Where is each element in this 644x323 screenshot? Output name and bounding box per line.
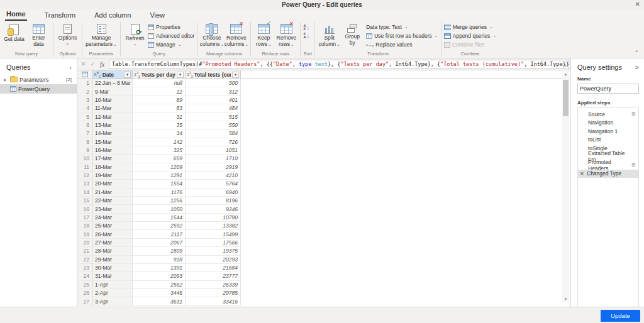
cell-tests-per-day[interactable]: 1176 [133,189,186,197]
cell-date[interactable]: 15-Mar [92,138,133,146]
cell-total-tests[interactable]: 10790 [186,214,241,222]
choose-columns-button[interactable]: Choose columns [200,22,223,50]
delete-step-icon[interactable]: ✕ [580,171,584,177]
row-number[interactable]: 22 [77,256,92,264]
cell-tests-per-day[interactable]: 2117 [133,230,186,238]
filter-icon[interactable]: ▼ [124,72,131,78]
merge-queries-button[interactable]: Merge queries [444,23,496,31]
cell-tests-per-day[interactable]: 31 [133,112,186,121]
cell-total-tests[interactable]: 19375 [186,247,241,255]
get-data-button[interactable]: Get data [3,22,26,50]
cell-total-tests[interactable]: 8196 [186,197,241,205]
query-name-input[interactable] [577,84,639,94]
cell-date[interactable]: 19-Mar [92,172,133,180]
scroll-up-icon[interactable]: ▲ [562,72,569,76]
cell-total-tests[interactable]: 15499 [186,230,241,238]
remove-rows-button[interactable]: Remove rows [275,22,297,50]
cell-total-tests[interactable]: 33416 [186,297,241,305]
remove-columns-button[interactable]: Remove columns [225,22,248,50]
cell-tests-per-day[interactable]: 35 [133,121,186,129]
cell-tests-per-day[interactable]: 1554 [133,180,186,188]
cell-tests-per-day[interactable]: null [133,79,186,87]
query-folder-parameters[interactable]: ▶ Parameters [2] [0,75,77,84]
row-number[interactable]: 8 [77,138,92,146]
cell-date[interactable]: 31-Mar [92,272,133,280]
cell-date[interactable]: 10-Mar [92,96,133,104]
cell-total-tests[interactable]: 21684 [186,264,241,272]
row-number[interactable]: 25 [77,281,92,289]
row-number[interactable]: 15 [77,197,92,205]
cell-date[interactable]: 26-Mar [92,230,133,238]
split-column-button[interactable]: Split column [318,22,341,50]
enter-data-button[interactable]: Enter data [27,22,50,50]
cell-date[interactable]: 17-Mar [92,155,133,163]
row-number[interactable]: 18 [77,222,92,230]
cell-total-tests[interactable]: 401 [186,96,241,104]
cell-total-tests[interactable]: 484 [186,104,241,112]
append-queries-button[interactable]: Append queries [444,32,496,40]
cell-tests-per-day[interactable]: 1391 [133,264,186,272]
scrollbar-thumb[interactable] [563,80,569,116]
cell-tests-per-day[interactable]: 2562 [133,281,186,289]
row-number[interactable]: 7 [77,129,92,138]
use-first-row-as-headers-button[interactable]: Use first row as headers [366,32,438,40]
cell-total-tests[interactable]: 20293 [186,256,241,264]
filter-icon[interactable]: ▼ [177,72,184,78]
cell-total-tests[interactable]: 312 [186,87,241,96]
cell-total-tests[interactable]: 550 [186,121,241,129]
row-number[interactable]: 19 [77,230,92,238]
cell-date[interactable]: 24-Mar [92,214,133,222]
cell-total-tests[interactable]: 29785 [186,289,241,297]
cell-tests-per-day[interactable]: 34 [133,129,186,138]
manage-button[interactable]: Manage [148,41,194,48]
cell-date[interactable]: 14-Mar [92,129,133,138]
cell-date[interactable]: 22-Mar [92,197,133,205]
column-header-total-tests[interactable]: 123 Total tests (cumulative) ▼ [186,70,241,79]
row-number[interactable]: 10 [77,155,92,163]
keep-rows-button[interactable]: Keep rows [253,22,274,50]
cell-tests-per-day[interactable]: 918 [133,256,186,264]
row-number[interactable]: 26 [77,289,92,297]
expand-settings-panel-icon[interactable]: > [635,63,639,71]
cell-total-tests[interactable]: 584 [186,129,241,138]
gear-icon[interactable]: ⚙ [631,111,636,117]
cell-date[interactable]: 20-Mar [92,180,133,188]
gear-icon[interactable]: ⚙ [631,162,636,168]
filter-icon[interactable]: ▼ [232,72,239,78]
cell-tests-per-day[interactable]: 83 [133,104,186,112]
cell-tests-per-day[interactable]: 1544 [133,214,186,222]
cell-tests-per-day[interactable]: 3631 [133,297,186,305]
cell-date[interactable]: 1-Apr [92,281,133,289]
collapse-ribbon-icon[interactable]: ⌃ [634,50,639,56]
manage-parameters-button[interactable]: Manage parameters [85,22,118,50]
close-icon[interactable]: ✕ [635,1,640,8]
formula-expand-icon[interactable]: ⌄ [564,61,567,67]
refresh-button[interactable]: Refresh [123,22,147,50]
row-number[interactable]: 24 [77,272,92,280]
update-button[interactable]: Update [601,310,640,322]
cell-total-tests[interactable]: 9246 [186,205,241,213]
column-header-date[interactable]: ABC Date ▼ [92,70,133,79]
cell-date[interactable]: 11-Mar [92,104,133,112]
data-type-button[interactable]: Data type: Text [366,23,438,31]
grid-vertical-scrollbar[interactable]: ▲ ▼ [562,71,569,302]
cell-tests-per-day[interactable]: 2093 [133,272,186,280]
cell-date[interactable]: 27-Mar [92,239,133,247]
cell-date[interactable]: 18-Mar [92,163,133,172]
cell-total-tests[interactable]: 26339 [186,281,241,289]
properties-button[interactable]: Properties [148,23,194,31]
formula-input[interactable]: Table.TransformColumnTypes(#"Promoted He… [109,60,569,69]
row-number[interactable]: 21 [77,247,92,255]
scroll-down-icon[interactable]: ▼ [562,297,569,301]
applied-step[interactable]: Navigation [578,119,638,128]
cell-date[interactable]: 23-Mar [92,205,133,213]
cell-total-tests[interactable]: 726 [186,138,241,146]
cell-total-tests[interactable]: 1051 [186,146,241,155]
cell-tests-per-day[interactable]: 12 [133,87,186,96]
column-header-tests-per-day[interactable]: 123 Tests per day ▼ [133,70,186,79]
applied-step[interactable]: ✕ Changed Type [578,170,638,178]
row-number[interactable]: 27 [77,297,92,305]
cell-tests-per-day[interactable]: 2592 [133,222,186,230]
row-number[interactable]: 5 [77,112,92,121]
cell-date[interactable]: 28-Mar [92,247,133,255]
